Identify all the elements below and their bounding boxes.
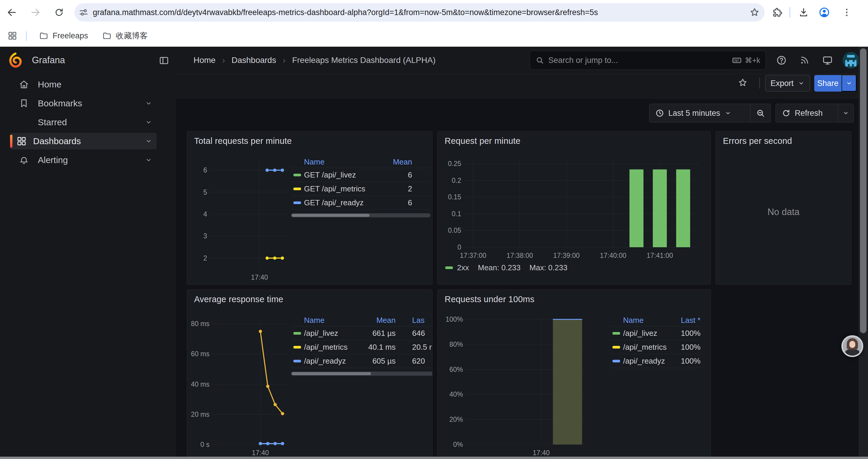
time-range-picker[interactable]: Last 5 minutes <box>649 104 750 122</box>
legend-column-header[interactable]: Name <box>623 316 668 325</box>
legend-column-header[interactable]: Mean <box>363 316 396 325</box>
breadcrumb-home[interactable]: Home <box>193 56 216 65</box>
forward-button[interactable] <box>27 4 44 21</box>
series-color-pill <box>293 201 301 204</box>
panel-title[interactable]: Total requests per minute <box>194 136 292 146</box>
export-button[interactable]: Export <box>765 75 810 92</box>
legend-series-name[interactable]: /api/_metrics <box>623 342 668 352</box>
bookmark-folder-2[interactable]: 收藏博客 <box>96 28 154 43</box>
legend-column-header[interactable]: Last * <box>668 316 701 325</box>
sidebar-item-alerting[interactable]: Alerting <box>10 152 157 168</box>
chevron-down-icon <box>845 80 852 87</box>
chart-plot[interactable]: 2345617:40 <box>190 156 287 282</box>
legend-series-name[interactable]: /api/_readyz <box>304 357 363 366</box>
site-settings-icon[interactable] <box>79 7 89 18</box>
url-bar[interactable]: grafana.mathmast.com/d/deytv4rwavabkb/fr… <box>74 3 765 22</box>
legend-column-header[interactable]: Name <box>304 316 363 325</box>
browser-menu-button[interactable] <box>838 4 855 21</box>
horizontal-scrollbar[interactable] <box>0 457 868 459</box>
series-color-pill <box>293 174 301 176</box>
chevron-down-icon <box>798 80 805 87</box>
legend-row: GET /api/_metrics2 <box>291 182 430 196</box>
breadcrumb-dashboards[interactable]: Dashboards <box>231 56 276 65</box>
legend-series-name[interactable]: GET /api/_livez <box>304 170 377 179</box>
chart-plot[interactable]: 0 s20 ms40 ms60 ms80 ms17:40 <box>189 315 290 459</box>
apps-shortcut-button[interactable] <box>5 28 20 43</box>
grafana-brand: Grafana <box>8 47 65 74</box>
downloads-button[interactable] <box>795 4 812 21</box>
clock-icon <box>655 109 664 118</box>
page-scrollbar-thumb[interactable] <box>860 48 867 333</box>
panel-legend: 2xxMean: 0.233Max: 0.233 <box>445 263 567 272</box>
profile-button[interactable] <box>816 4 833 21</box>
breadcrumb-separator: › <box>283 55 286 65</box>
sidebar-item-home[interactable]: Home <box>10 76 157 93</box>
legend-column-header[interactable]: Name <box>304 157 377 167</box>
legend-column-header[interactable]: Mean <box>377 157 412 167</box>
legend-scrollbar[interactable] <box>291 213 430 218</box>
share-dropdown-button[interactable] <box>842 75 857 92</box>
sidebar-item-dashboards[interactable]: Dashboards <box>10 133 157 150</box>
series-color-pill <box>613 346 620 349</box>
legend-value: 6 <box>377 198 412 207</box>
dock-icon <box>159 56 169 66</box>
bookmark-star-icon[interactable] <box>749 7 760 18</box>
legend-scrollbar-thumb[interactable] <box>291 372 371 375</box>
refresh-group: Refresh <box>776 104 854 123</box>
legend-series-name[interactable]: /api/_metrics <box>304 342 363 352</box>
panel-title[interactable]: Average response time <box>194 294 283 304</box>
legend-series-name[interactable]: /api/_readyz <box>623 357 668 366</box>
panel-title[interactable]: Request per minute <box>445 136 521 146</box>
sidebar-item-starred[interactable]: Starred <box>10 114 157 131</box>
bookmark-folder-1[interactable]: Freeleaps <box>33 28 94 43</box>
panel-under100: Requests under 100ms0%20%40%60%80%100%17… <box>437 290 711 459</box>
news-button[interactable] <box>797 53 812 68</box>
legend-scrollbar-thumb[interactable] <box>291 214 370 217</box>
grafana-app: Grafana Home › Dashboards › Freeleaps Me… <box>0 47 868 459</box>
svg-text:17:41:00: 17:41:00 <box>647 252 673 259</box>
svg-text:17:39:00: 17:39:00 <box>553 252 580 259</box>
kiosk-mode-button[interactable] <box>820 53 835 68</box>
sidebar-toggle-button[interactable] <box>157 53 172 68</box>
legend-series-name[interactable]: /api/_livez <box>304 329 363 338</box>
refresh-button[interactable]: Refresh <box>776 104 838 122</box>
refresh-interval-button[interactable] <box>838 104 854 122</box>
back-button[interactable] <box>4 4 20 21</box>
time-range-group: Last 5 minutes <box>649 104 771 123</box>
search-input[interactable]: Search or jump to... ⌘+k <box>530 51 766 70</box>
panel-title[interactable]: Requests under 100ms <box>445 294 534 304</box>
legend-series-name[interactable]: /api/_livez <box>623 329 668 338</box>
svg-text:60 ms: 60 ms <box>191 350 210 358</box>
legend-value: 646 <box>396 329 433 338</box>
legend-value: 6 <box>377 170 412 179</box>
legend-series-name[interactable]: GET /api/_readyz <box>304 198 377 207</box>
panel-rpm: Request per minute00.050.10.150.20.2517:… <box>437 131 711 285</box>
legend-row: /api/_readyz100% <box>610 354 701 368</box>
monitor-icon <box>822 55 833 66</box>
share-button[interactable]: Share <box>814 75 841 92</box>
bookmarks-bar: Freeleaps收藏博客 <box>0 25 868 47</box>
help-button[interactable] <box>774 53 789 68</box>
chevron-down-icon <box>145 156 152 164</box>
grafana-logo[interactable] <box>8 53 23 68</box>
chevron-down-icon <box>145 137 152 145</box>
svg-text:0.05: 0.05 <box>448 227 461 234</box>
chart-plot[interactable]: 00.050.10.150.20.2517:37:0017:38:0017:39… <box>442 156 706 264</box>
legend-series-name[interactable]: GET /api/_metrics <box>304 184 377 193</box>
chart-plot[interactable]: 0%20%40%60%80%100%17:40 <box>442 315 608 459</box>
legend-item[interactable]: 2xx <box>445 263 469 272</box>
no-data-message: No data <box>716 207 851 218</box>
user-avatar[interactable] <box>843 52 859 68</box>
floating-assistant-avatar[interactable] <box>841 335 863 357</box>
legend-header: NameMeanLas <box>291 315 433 326</box>
legend-series-name: 2xx <box>457 263 469 272</box>
reload-button[interactable] <box>51 4 67 21</box>
favorite-dashboard-button[interactable] <box>735 75 750 90</box>
series-color-pill <box>293 360 301 362</box>
zoom-out-button[interactable] <box>750 104 771 122</box>
panel-title[interactable]: Errors per second <box>723 136 792 146</box>
legend-column-header[interactable]: Las <box>396 316 433 325</box>
legend-scrollbar[interactable] <box>291 371 433 376</box>
extensions-button[interactable] <box>769 4 786 21</box>
sidebar-item-bookmarks[interactable]: Bookmarks <box>10 95 157 112</box>
